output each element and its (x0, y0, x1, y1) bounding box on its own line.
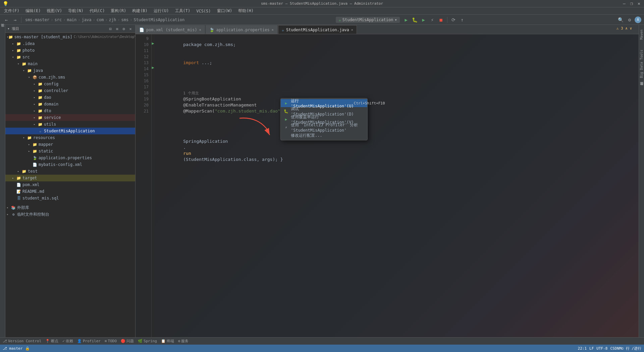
breadcrumb-main[interactable]: main (67, 17, 76, 22)
stop-button[interactable]: ■ (437, 16, 445, 24)
profiler-btn[interactable]: 👤 Profiler (77, 339, 101, 343)
menu-window[interactable]: 窗口(W) (214, 7, 235, 14)
git-update-btn[interactable]: ⟳ (450, 16, 457, 24)
settings-project-btn[interactable]: ≡ (114, 26, 120, 32)
menu-edit[interactable]: 编辑(E) (23, 7, 44, 14)
run-gutter-icon-2[interactable]: ▶ (152, 64, 154, 71)
dependencies-btn[interactable]: ✓ 依赖 (62, 339, 73, 344)
maximize-button[interactable]: ❐ (629, 1, 634, 6)
coverage-button[interactable]: ▶ (420, 16, 427, 24)
git-branch[interactable]: ⎇ master (3, 346, 22, 351)
tree-item-application-prop[interactable]: 🍃 application.properties (5, 155, 135, 161)
tree-item-src[interactable]: 📁 src (5, 54, 135, 60)
hide-panel-btn[interactable]: ✕ (128, 26, 133, 32)
code-line-blank8 (157, 114, 636, 120)
tree-item-utils[interactable]: 📁 utils (5, 121, 135, 128)
java-icon: 📁 (27, 68, 32, 73)
code-line-blank2 (157, 48, 636, 54)
tree-item-controller[interactable]: 📁 controller (5, 87, 135, 94)
breadcrumb-src[interactable]: src (54, 17, 62, 22)
run-gutter-icon-1[interactable]: ▶ (152, 40, 154, 46)
tree-item-pom[interactable]: 📄 pom.xml (5, 181, 135, 188)
menu-help[interactable]: 帮助(H) (235, 7, 256, 14)
tree-item-sql[interactable]: 🗄 student_mis.sql (5, 195, 135, 202)
tab-props-close[interactable]: ✕ (272, 28, 274, 32)
toolbar-back-btn[interactable]: ← (3, 16, 10, 24)
tree-item-java[interactable]: 📁 java (5, 67, 135, 74)
tree-item-main[interactable]: 📁 main (5, 60, 135, 67)
tree-item-idea[interactable]: 📁 .idea (5, 40, 135, 47)
tree-item-package[interactable]: 📦 com.zjh.sms (5, 74, 135, 81)
maven-tool-icon[interactable]: Maven (640, 30, 643, 40)
breakpoints-btn[interactable]: 📍 断点 (45, 339, 58, 344)
tree-item-config[interactable]: 📁 config (5, 81, 135, 87)
breadcrumb-zjh[interactable]: zjh (109, 17, 116, 22)
ctx-profiler-item[interactable]: ⚡ 使用 'IntelliJ Profiler' 分析 'StudentMisA… (281, 123, 367, 131)
vc-label: Version Control (8, 339, 41, 343)
services-btn[interactable]: ⚙ 服务 (178, 339, 189, 344)
tree-item-test[interactable]: 📁 test (5, 168, 135, 175)
code-content[interactable]: package com.zjh.sms; import ...; 1 个用主 @… (154, 34, 639, 337)
breadcrumb-java[interactable]: java (82, 17, 92, 22)
problems-btn[interactable]: 🔴 问题 (121, 339, 134, 344)
menu-view[interactable]: 视图(V) (44, 7, 65, 14)
tree-item-dao[interactable]: 📁 dao (5, 94, 135, 101)
spring-btn[interactable]: 🌿 Spring (138, 339, 157, 343)
breadcrumb-sms[interactable]: sms (121, 17, 129, 22)
git-push-btn[interactable]: ↑ (459, 16, 466, 24)
tree-item-static[interactable]: 📁 static (5, 148, 135, 155)
tab-main-class[interactable]: ☕ StudentMisApplication.java ✕ (278, 25, 357, 34)
ctx-modify-config-item[interactable]: 修改运行配置... (281, 131, 367, 139)
run-config-selector[interactable]: ☕ StudentMisApplication ▾ (336, 17, 399, 23)
tree-item-mapper[interactable]: 📁 mapper (5, 141, 135, 148)
terminal-btn[interactable]: 📋 终端 (161, 339, 174, 344)
breadcrumb-sms-master[interactable]: sms-master (25, 17, 49, 22)
tree-item-student-mis-app[interactable]: ☕ StudentMisApplication (5, 128, 135, 134)
profile-button[interactable]: ⚡ (429, 16, 436, 24)
tree-item-scratch[interactable]: ⚙ 临时文件和控制台 (5, 211, 135, 218)
cursor-position[interactable]: 22:1 (578, 346, 587, 351)
tree-item-resources[interactable]: 📁 resources (5, 134, 135, 141)
tree-item-service[interactable]: 📁 service (5, 114, 135, 121)
big-data-icon[interactable]: Big Data Tools (640, 50, 643, 78)
tree-arrow (12, 176, 16, 180)
toolbar-forward-btn[interactable]: → (11, 16, 19, 24)
collapse-all-btn[interactable]: ⊟ (108, 26, 113, 32)
tree-item-root[interactable]: 📁 sms-master [student_mis] C:\Users\Admi… (5, 34, 135, 40)
line-sep[interactable]: LF (589, 346, 594, 351)
tab-main-close[interactable]: ✕ (351, 28, 353, 32)
encoding[interactable]: UTF-8 (596, 346, 607, 351)
tab-pom[interactable]: 📄 pom.xml (student_mis) ✕ (136, 25, 205, 34)
breadcrumb-com[interactable]: com (97, 17, 104, 22)
code-editor-container[interactable]: 9 10 11 12 13 14 15 16 17 18 19 20 21 ▶ (136, 34, 639, 337)
settings-btn[interactable]: ⚙ (626, 16, 633, 24)
user-avatar[interactable]: A (635, 16, 641, 23)
minimize-button[interactable]: — (622, 1, 627, 6)
gear-project-btn[interactable]: ⚙ (121, 26, 126, 32)
tree-item-mybatis-xml[interactable]: 📄 mybatis-config.xml (5, 161, 135, 168)
menu-file[interactable]: 文件(F) (1, 7, 22, 14)
menu-refactor[interactable]: 重构(R) (108, 7, 129, 14)
menu-code[interactable]: 代码(C) (87, 7, 108, 14)
close-button[interactable]: ✕ (637, 1, 641, 6)
tree-item-domain[interactable]: 📁 domain (5, 101, 135, 107)
menu-tools[interactable]: 工具(T) (172, 7, 193, 14)
todo-btn[interactable]: ≡ TODO (105, 339, 117, 343)
tree-item-target[interactable]: 📁 target (5, 175, 135, 181)
menu-run[interactable]: 运行(U) (151, 7, 172, 14)
tab-props[interactable]: 🍃 application.properties ✕ (206, 25, 277, 34)
tree-item-photo[interactable]: 📁 photo (5, 47, 135, 54)
menu-vcs[interactable]: VCS(S) (194, 8, 213, 14)
tab-pom-close[interactable]: ✕ (199, 28, 201, 32)
breadcrumb-class[interactable]: StudentMisApplication (133, 17, 184, 22)
search-everywhere-btn[interactable]: 🔍 (617, 16, 625, 24)
tree-item-readme[interactable]: 📝 README.md (5, 188, 135, 195)
tree-item-dto[interactable]: 📁 dto (5, 107, 135, 114)
tree-item-external-libs[interactable]: 📚 外部库 (5, 204, 135, 211)
menu-build[interactable]: 构建(B) (129, 7, 150, 14)
tree-label: controller (44, 88, 68, 93)
debug-button[interactable]: 🐛 (411, 16, 419, 24)
run-button[interactable]: ▶ (402, 16, 410, 24)
menu-navigate[interactable]: 导航(N) (65, 7, 86, 14)
version-control-btn[interactable]: ⎇ Version Control (3, 339, 41, 343)
